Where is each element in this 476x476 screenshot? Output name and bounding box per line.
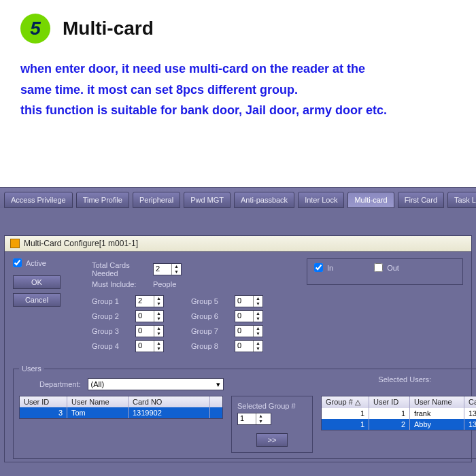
col-header[interactable]: User ID [20, 396, 67, 407]
cell: 3 [20, 407, 67, 418]
out-check-input[interactable] [374, 263, 383, 272]
table-row[interactable]: 12Abby1319901 [322, 419, 476, 430]
group-value: 0 [235, 296, 253, 307]
group-spinner[interactable]: 2▲▼ [135, 295, 164, 307]
col-header[interactable]: User Name [410, 396, 464, 408]
tab-inter-lock[interactable]: Inter Lock [298, 192, 344, 208]
tab-peripheral[interactable]: Peripheral [133, 192, 180, 208]
group-label: Group 5 [191, 297, 229, 305]
group-spinner[interactable]: 0▲▼ [235, 310, 263, 322]
spinner-arrows[interactable]: ▲▼ [154, 341, 163, 352]
must-include-label: Must Include: [92, 280, 148, 288]
ok-button[interactable]: OK [13, 275, 61, 289]
group-value: 0 [136, 326, 154, 337]
cell: 1 [322, 419, 369, 430]
group-value: 0 [235, 326, 253, 337]
in-label: In [327, 264, 333, 272]
selected-users-label: Selected Users: [378, 375, 476, 393]
spinner-arrows[interactable]: ▲▼ [171, 264, 181, 275]
out-label: Out [387, 264, 399, 272]
tab-pwd-mgt[interactable]: Pwd MGT [184, 192, 231, 208]
cancel-button[interactable]: Cancel [13, 293, 61, 307]
multi-card-dialog: Multi-Card Configure[1 m001-1] Active OK… [4, 235, 472, 462]
active-check-input[interactable] [13, 258, 22, 267]
group-label: Group 1 [92, 297, 130, 305]
group-spinner[interactable]: 0▲▼ [235, 295, 263, 307]
tab-first-card[interactable]: First Card [398, 192, 444, 208]
users-table[interactable]: User IDUser NameCard NO3Tom1319902 [19, 396, 223, 419]
active-label: Active [26, 259, 46, 267]
group-value: 0 [136, 311, 154, 322]
active-checkbox[interactable]: Active [13, 258, 81, 267]
group-label: Group 4 [92, 342, 130, 350]
dialog-icon [10, 239, 20, 248]
app-window: Access PrivilegeTime ProfilePeripheralPw… [0, 187, 476, 476]
department-value: (All) [91, 380, 105, 388]
group-label: Group 6 [191, 312, 229, 320]
tab-access-privilege[interactable]: Access Privilege [4, 192, 73, 208]
group-value: 2 [136, 296, 154, 307]
group-spinner[interactable]: 0▲▼ [135, 340, 164, 352]
table-row[interactable]: 3Tom1319902 [20, 407, 222, 418]
selected-users-table[interactable]: Group # △User IDUser NameCard NO11frank1… [321, 396, 476, 430]
group-spinner[interactable]: 0▲▼ [235, 340, 263, 352]
dialog-title-text: Multi-Card Configure[1 m001-1] [24, 239, 138, 248]
group-label: Group 3 [92, 327, 130, 335]
tab-task-list[interactable]: Task List [447, 192, 476, 208]
step-badge: 5 [20, 14, 50, 44]
spinner-arrows[interactable]: ▲▼ [253, 326, 262, 337]
tab-time-profile[interactable]: Time Profile [76, 192, 129, 208]
spinner-arrows[interactable]: ▲▼ [253, 311, 262, 322]
cell: 1 [369, 408, 410, 419]
out-checkbox[interactable]: Out [374, 263, 399, 272]
group-spinner[interactable]: 0▲▼ [235, 325, 263, 337]
col-header[interactable]: Card NO [464, 396, 476, 408]
spinner-arrows[interactable]: ▲▼ [253, 341, 262, 352]
selected-group-spinner[interactable]: 1 ▲▼ [237, 413, 271, 425]
users-fieldset: Users Department: (All) ▾ Selected Users… [13, 364, 476, 459]
col-header[interactable]: User Name [67, 396, 129, 407]
users-legend: Users [19, 364, 44, 373]
group-value: 0 [235, 341, 253, 352]
col-header[interactable]: Card NO [129, 396, 210, 407]
spinner-arrows[interactable]: ▲▼ [154, 311, 163, 322]
dialog-titlebar[interactable]: Multi-Card Configure[1 m001-1] [5, 236, 471, 252]
page-description: when enter door, it need use multi-card … [20, 58, 461, 121]
department-label: Department: [39, 380, 81, 388]
table-row[interactable]: 11frank1319900 [322, 408, 476, 419]
desc-line: this function is suitable for bank door,… [20, 100, 461, 121]
tab-bar: Access PrivilegeTime ProfilePeripheralPw… [0, 188, 476, 208]
desc-line: same time. it most can set 8pcs differen… [20, 80, 461, 101]
col-header[interactable]: Group # △ [322, 396, 369, 408]
move-right-button[interactable]: >> [256, 433, 288, 447]
selected-group-value: 1 [238, 413, 256, 424]
col-header[interactable]: User ID [369, 396, 410, 408]
spinner-arrows[interactable]: ▲▼ [154, 326, 163, 337]
department-select[interactable]: (All) ▾ [88, 378, 224, 390]
cell: frank [410, 408, 464, 419]
group-spinner[interactable]: 0▲▼ [135, 325, 164, 337]
total-cards-spinner[interactable]: 2 ▲▼ [153, 263, 182, 275]
group-label: Group 2 [92, 312, 130, 320]
cell: Tom [67, 407, 129, 418]
tab-anti-passback[interactable]: Anti-passback [234, 192, 294, 208]
desc-line: when enter door, it need use multi-card … [20, 58, 461, 80]
cell: Abby [410, 419, 464, 430]
in-check-input[interactable] [314, 263, 323, 272]
cell: 1319902 [129, 407, 210, 418]
chevron-down-icon: ▾ [216, 380, 220, 389]
io-panel: In Out [307, 258, 463, 285]
tab-multi-card[interactable]: Multi-card [347, 192, 394, 208]
people-label: People [153, 280, 176, 288]
group-label: Group 7 [191, 327, 229, 335]
spinner-arrows[interactable]: ▲▼ [154, 296, 163, 307]
cell: 2 [369, 419, 410, 430]
group-label: Group 8 [191, 342, 229, 350]
in-checkbox[interactable]: In [314, 263, 333, 272]
total-cards-value: 2 [154, 264, 171, 275]
group-value: 0 [136, 341, 154, 352]
cell: 1319901 [464, 419, 476, 430]
spinner-arrows[interactable]: ▲▼ [256, 413, 265, 424]
spinner-arrows[interactable]: ▲▼ [253, 296, 262, 307]
group-spinner[interactable]: 0▲▼ [135, 310, 164, 322]
